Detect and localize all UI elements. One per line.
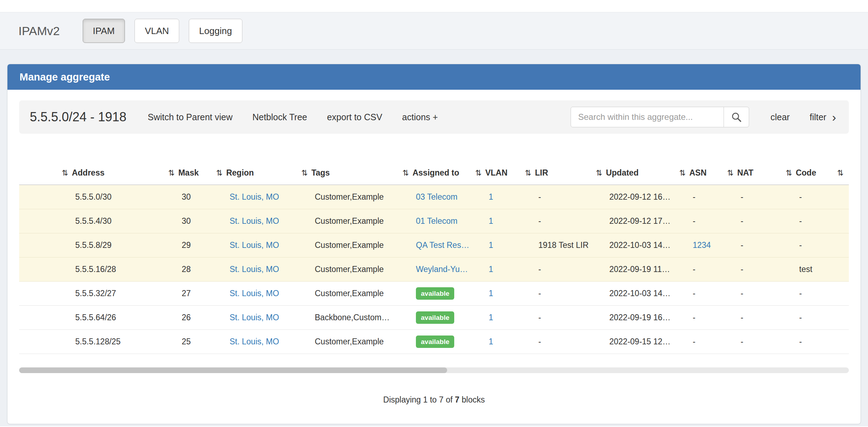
cell-code: - [783, 185, 834, 209]
cell-nat: - [724, 233, 783, 257]
region-link[interactable]: St. Louis, MO [230, 289, 279, 298]
cell-region: St. Louis, MO [213, 185, 298, 209]
row-trailing-cell [834, 305, 849, 329]
col-label-asn: ASN [689, 168, 707, 177]
row-trailing-cell [834, 185, 849, 209]
col-label-nat: NAT [737, 168, 753, 177]
row-lead-cell [19, 257, 59, 281]
tab-logging[interactable]: Logging [189, 19, 242, 43]
search-button[interactable] [724, 107, 749, 127]
clear-filter-link[interactable]: clear [770, 112, 790, 122]
cell-region: St. Louis, MO [213, 233, 298, 257]
app-brand: IPAMv2 [18, 24, 60, 38]
cell-asn: - [676, 329, 724, 354]
cell-lir: 1918 Test LIR [522, 233, 593, 257]
col-header-assigned-to[interactable]: ⇅Assigned to [400, 161, 472, 185]
cell-region: St. Louis, MO [213, 209, 298, 233]
region-link[interactable]: St. Louis, MO [230, 313, 279, 322]
vlan-link[interactable]: 1 [489, 192, 493, 201]
asn-link[interactable]: 1234 [693, 240, 711, 250]
available-badge: available [416, 287, 454, 300]
filter-label: filter [809, 112, 826, 122]
table-row: 5.5.5.16/28 28 St. Louis, MO Customer,Ex… [19, 257, 849, 281]
vlan-link[interactable]: 1 [489, 240, 493, 250]
cell-nat: - [724, 281, 783, 305]
col-header-region[interactable]: ⇅Region [213, 161, 298, 185]
cell-nat: - [724, 209, 783, 233]
actions-menu-link[interactable]: actions + [402, 112, 438, 122]
cell-updated: 2022-10-03 14… [593, 281, 676, 305]
col-header-extra[interactable]: ⇅ [834, 161, 849, 185]
horizontal-scrollbar[interactable] [19, 367, 849, 373]
netblock-tree-link[interactable]: Netblock Tree [252, 112, 307, 122]
export-csv-link[interactable]: export to CSV [327, 112, 382, 122]
cell-nat: - [724, 185, 783, 209]
switch-parent-view-link[interactable]: Switch to Parent view [148, 112, 232, 122]
assigned-to-link[interactable]: QA Test Res… [416, 240, 469, 250]
cell-vlan: 1 [472, 281, 522, 305]
region-link[interactable]: St. Louis, MO [230, 216, 279, 226]
col-label-code: Code [796, 168, 816, 177]
vlan-link[interactable]: 1 [489, 313, 493, 322]
search-group [571, 107, 749, 127]
assigned-to-link[interactable]: Weyland-Yu… [416, 265, 468, 274]
assigned-to-link[interactable]: 03 Telecom [416, 192, 457, 201]
vlan-link[interactable]: 1 [489, 337, 493, 346]
col-label-assigned-to: Assigned to [412, 168, 459, 177]
lead-column-header [19, 161, 59, 185]
scrollbar-thumb[interactable] [19, 367, 447, 373]
cell-lir: - [522, 185, 593, 209]
region-link[interactable]: St. Louis, MO [230, 240, 279, 250]
cell-code: - [783, 233, 834, 257]
summary-suffix: blocks [462, 395, 485, 404]
region-link[interactable]: St. Louis, MO [230, 265, 279, 274]
vlan-link[interactable]: 1 [489, 289, 493, 298]
table-row: 5.5.5.64/26 26 St. Louis, MO Backbone,Cu… [19, 305, 849, 329]
cell-assigned-to: 03 Telecom [400, 185, 472, 209]
tab-vlan[interactable]: VLAN [134, 19, 179, 43]
cell-asn: - [676, 305, 724, 329]
aggregate-title: 5.5.5.0/24 - 1918 [30, 110, 126, 124]
col-header-updated[interactable]: ⇅Updated [593, 161, 676, 185]
tab-ipam[interactable]: IPAM [83, 19, 125, 43]
cell-region: St. Louis, MO [213, 281, 298, 305]
col-header-tags[interactable]: ⇅Tags [298, 161, 400, 185]
cell-assigned-to: 01 Telecom [400, 209, 472, 233]
region-link[interactable]: St. Louis, MO [230, 337, 279, 346]
netblock-table-container: ⇅Address ⇅Mask ⇅Region ⇅Tags ⇅Assigned t… [19, 161, 849, 354]
col-header-address[interactable]: ⇅Address [59, 161, 165, 185]
filter-link[interactable]: filter › [809, 111, 836, 123]
cell-vlan: 1 [472, 257, 522, 281]
vlan-link[interactable]: 1 [489, 216, 493, 226]
page-content: Manage aggregate 5.5.5.0/24 - 1918 Switc… [0, 50, 868, 426]
search-input[interactable] [571, 107, 724, 127]
cell-mask: 27 [165, 281, 213, 305]
col-header-asn[interactable]: ⇅ASN [676, 161, 724, 185]
col-header-vlan[interactable]: ⇅VLAN [472, 161, 522, 185]
top-navbar: IPAMv2 IPAM VLAN Logging [0, 12, 868, 50]
col-header-mask[interactable]: ⇅Mask [165, 161, 213, 185]
region-link[interactable]: St. Louis, MO [230, 192, 279, 201]
col-label-lir: LIR [535, 168, 548, 177]
cell-lir: - [522, 329, 593, 354]
sort-icon: ⇅ [62, 168, 68, 177]
table-summary: Displaying 1 to 7 of 7 blocks [19, 395, 849, 405]
row-lead-cell [19, 305, 59, 329]
col-header-code[interactable]: ⇅Code [783, 161, 834, 185]
cell-updated: 2022-09-19 16… [593, 305, 676, 329]
cell-address: 5.5.5.4/30 [59, 209, 165, 233]
cell-tags: Customer,Example [298, 185, 400, 209]
cell-region: St. Louis, MO [213, 305, 298, 329]
cell-assigned-to: available [400, 281, 472, 305]
cell-mask: 30 [165, 185, 213, 209]
cell-region: St. Louis, MO [213, 257, 298, 281]
col-header-lir[interactable]: ⇅LIR [522, 161, 593, 185]
cell-asn: - [676, 257, 724, 281]
cell-mask: 26 [165, 305, 213, 329]
cell-address: 5.5.5.64/26 [59, 305, 165, 329]
vlan-link[interactable]: 1 [489, 265, 493, 274]
col-header-nat[interactable]: ⇅NAT [724, 161, 783, 185]
assigned-to-link[interactable]: 01 Telecom [416, 216, 457, 226]
row-trailing-cell [834, 329, 849, 354]
cell-tags: Customer,Example [298, 257, 400, 281]
